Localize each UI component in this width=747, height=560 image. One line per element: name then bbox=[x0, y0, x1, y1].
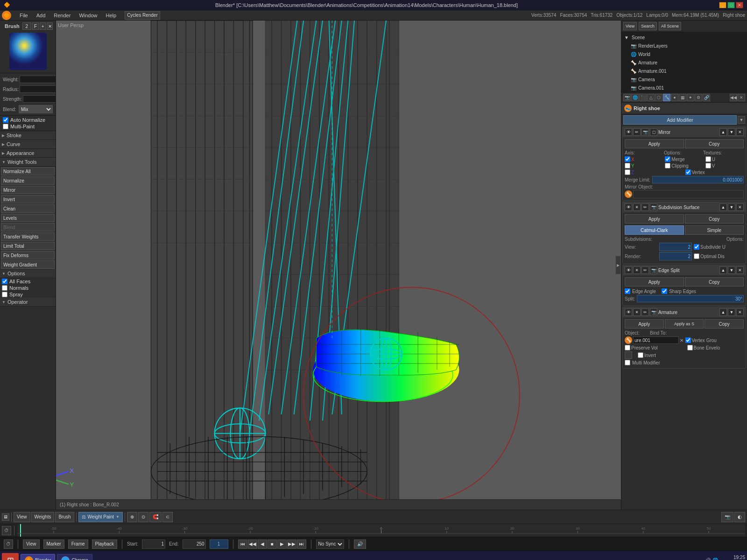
add-modifier-btn[interactable]: Add Modifier bbox=[623, 115, 737, 125]
view-subdiv-input[interactable] bbox=[659, 243, 692, 251]
tree-item-armature[interactable]: 🦴 Armature bbox=[622, 58, 746, 67]
edgesplit-apply-btn[interactable]: Apply bbox=[625, 277, 684, 287]
transfer-weights-btn[interactable]: Transfer Weights bbox=[1, 232, 55, 241]
invert-checkbox[interactable] bbox=[638, 352, 643, 358]
appearance-header[interactable]: ▶ Appearance bbox=[0, 149, 56, 158]
brush-menu-btn[interactable]: Brush bbox=[55, 512, 74, 522]
subsurf-render-icon[interactable]: 📷 bbox=[650, 203, 657, 211]
normals-row[interactable]: Normals bbox=[0, 285, 56, 291]
menu-window[interactable]: Window bbox=[75, 12, 101, 19]
render-subdiv-input[interactable] bbox=[659, 252, 692, 260]
merge-limit-input[interactable] bbox=[652, 176, 744, 183]
auto-normalize-checkbox[interactable] bbox=[3, 117, 8, 123]
brush-num-input[interactable]: 2 bbox=[22, 22, 31, 30]
clean-btn[interactable]: Clean bbox=[1, 204, 55, 213]
armature-object-input[interactable] bbox=[633, 336, 679, 344]
spray-checkbox[interactable] bbox=[2, 292, 7, 297]
tree-item-camera001[interactable]: 📷 Camera.001 bbox=[622, 84, 746, 92]
u-checkbox[interactable] bbox=[705, 156, 711, 162]
expand-all-icon[interactable]: ✕ bbox=[738, 94, 745, 101]
maximize-button[interactable]: □ bbox=[727, 2, 735, 8]
y-axis-checkbox[interactable] bbox=[625, 163, 630, 168]
menu-help[interactable]: Help bbox=[102, 12, 120, 19]
mirror-edit-icon[interactable]: ✏ bbox=[633, 128, 641, 136]
props-icon-mesh[interactable]: ⬡ bbox=[655, 94, 662, 101]
mirror-cage-icon[interactable]: ◻ bbox=[650, 128, 657, 136]
all-faces-row[interactable]: All Faces bbox=[0, 278, 56, 285]
clipping-checkbox[interactable] bbox=[665, 163, 670, 168]
subsurf-edit-icon[interactable]: ✏ bbox=[641, 203, 649, 211]
catmull-clark-btn[interactable]: Catmul-Clark bbox=[625, 225, 684, 235]
edgesplit-edit-icon[interactable]: ✏ bbox=[641, 266, 649, 274]
props-icon-texture[interactable]: ▦ bbox=[679, 94, 686, 101]
subsurf-vis-icon[interactable]: 👁 bbox=[625, 203, 632, 211]
props-icon-material[interactable]: ● bbox=[671, 94, 678, 101]
all-faces-checkbox[interactable] bbox=[2, 279, 7, 284]
mirror-apply-btn[interactable]: Apply bbox=[625, 139, 684, 148]
jump-end-btn[interactable]: ⏭ bbox=[297, 539, 306, 549]
all-scene-btn[interactable]: All Scene bbox=[659, 22, 681, 30]
render-preview-btn[interactable]: 📷 bbox=[721, 512, 733, 522]
normals-checkbox[interactable] bbox=[2, 285, 7, 291]
close-button[interactable]: ✕ bbox=[736, 2, 743, 8]
mode-selector[interactable]: ⚖ Weight Paint ▼ bbox=[78, 512, 123, 522]
edgesplit-lit-icon[interactable]: ☀ bbox=[633, 266, 641, 274]
simple-btn[interactable]: Simple bbox=[685, 225, 744, 235]
menu-add[interactable]: Add bbox=[33, 12, 49, 19]
levels-btn[interactable]: Levels bbox=[1, 214, 55, 222]
mirror-up-icon[interactable]: ▲ bbox=[719, 128, 727, 136]
operator-header[interactable]: ▼ Operator bbox=[0, 298, 56, 307]
end-input[interactable] bbox=[183, 539, 206, 549]
chrome-taskbar-item[interactable]: 🌐 Chrome bbox=[57, 554, 92, 560]
props-icon-object[interactable]: △ bbox=[647, 94, 655, 101]
props-icon-particles[interactable]: ✦ bbox=[687, 94, 694, 101]
edgesplit-render-icon[interactable]: 📷 bbox=[650, 266, 657, 274]
mirror-render-icon[interactable]: 📷 bbox=[641, 128, 649, 136]
tree-item-scene[interactable]: ▼ Scene bbox=[622, 33, 746, 42]
play-btn[interactable]: ▶ bbox=[277, 539, 287, 549]
v-checkbox[interactable] bbox=[705, 163, 711, 168]
pivot-btn[interactable]: ⊙ bbox=[138, 512, 148, 522]
tree-item-camera[interactable]: 📷 Camera bbox=[622, 75, 746, 84]
options-header[interactable]: ▼ Options bbox=[0, 269, 56, 278]
subsurf-down-icon[interactable]: ▼ bbox=[728, 203, 735, 211]
auto-normalize-row[interactable]: Auto Normalize bbox=[1, 117, 55, 123]
mirror-btn[interactable]: Mirror bbox=[1, 186, 55, 194]
mirror-down-icon[interactable]: ▼ bbox=[728, 128, 735, 136]
subsurf-copy-btn[interactable]: Copy bbox=[685, 214, 744, 224]
merge-checkbox[interactable] bbox=[665, 156, 670, 162]
fix-deforms-btn[interactable]: Fix Deforms bbox=[1, 251, 55, 259]
play-reverse-btn[interactable]: ◀ bbox=[258, 539, 267, 549]
props-icon-modifier[interactable]: 🔧 bbox=[663, 94, 670, 101]
brush-f-btn[interactable]: F bbox=[32, 22, 39, 30]
armature-down-icon[interactable]: ▼ bbox=[728, 308, 735, 316]
layout-selector[interactable]: Cycles Render bbox=[125, 11, 160, 20]
proportional-btn[interactable]: ⊂ bbox=[162, 512, 173, 522]
sync-select[interactable]: No Sync bbox=[316, 539, 344, 549]
multi-paint-checkbox[interactable] bbox=[3, 124, 8, 129]
tree-item-renderlayers[interactable]: 📷 RenderLayers bbox=[622, 42, 746, 50]
vertex-checkbox[interactable] bbox=[685, 169, 691, 175]
edgesplit-close-icon[interactable]: ✕ bbox=[736, 266, 744, 274]
menu-file[interactable]: File bbox=[16, 12, 32, 19]
split-value-input[interactable] bbox=[637, 295, 744, 302]
armature-obj-remove[interactable]: ✕ bbox=[680, 338, 684, 343]
props-icon-world[interactable]: ⬛ bbox=[639, 94, 647, 101]
strength-input[interactable] bbox=[23, 95, 56, 103]
brush-icon2[interactable]: ✕ bbox=[47, 22, 53, 30]
weights-menu-btn[interactable]: Weights bbox=[31, 512, 55, 522]
timeline-ruler[interactable]: -50 -40 -30 -20 -10 0 10 20 30 40 50 bbox=[17, 524, 745, 537]
curve-header[interactable]: ▶ Curve bbox=[0, 140, 56, 149]
x-axis-checkbox[interactable] bbox=[625, 156, 630, 162]
subsurf-lit-icon[interactable]: ☀ bbox=[633, 203, 641, 211]
blend-btn[interactable]: Blend bbox=[1, 223, 55, 231]
collapse-all-icon[interactable]: ◀◀ bbox=[730, 94, 737, 101]
weight-tools-header[interactable]: ▼ Weight Tools bbox=[0, 158, 56, 167]
sharp-edges-checkbox[interactable] bbox=[662, 288, 667, 294]
search-btn[interactable]: Search bbox=[639, 22, 657, 30]
n-panel-toggle[interactable]: ▶ bbox=[615, 256, 621, 274]
props-icon-constraints[interactable]: 🔗 bbox=[703, 94, 710, 101]
mirror-copy-btn[interactable]: Copy bbox=[685, 139, 744, 148]
move-global-btn[interactable]: ⊕ bbox=[127, 512, 137, 522]
weight-input[interactable] bbox=[20, 76, 56, 83]
